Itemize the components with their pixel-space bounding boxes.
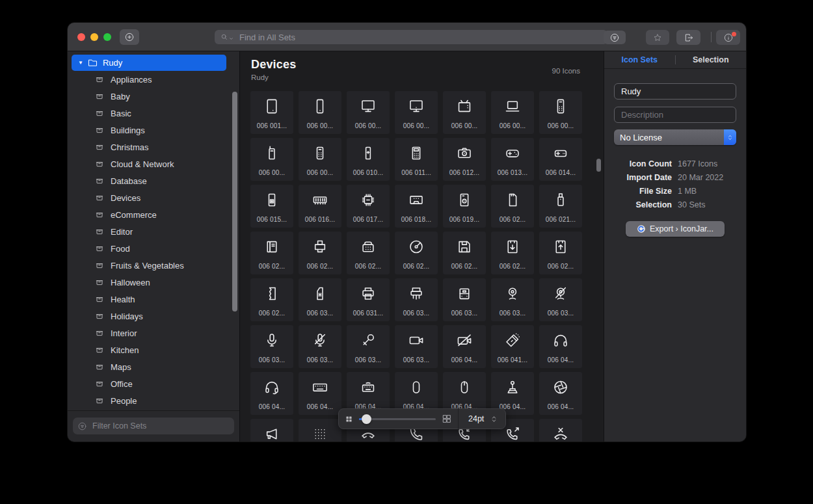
icon-tile[interactable]: 006 02...	[491, 185, 534, 228]
icon-tile[interactable]: 006 031...	[347, 278, 390, 321]
icon-tile[interactable]: 006 03...	[395, 278, 438, 321]
set-name-input[interactable]	[620, 86, 730, 97]
mp3-player-icon	[360, 144, 377, 162]
global-search-field[interactable]	[215, 30, 607, 44]
icon-tile[interactable]: 006 03...	[395, 325, 438, 368]
icon-tile[interactable]: 006 03...	[299, 278, 341, 321]
tab-selection[interactable]: Selection	[676, 55, 747, 64]
icon-tile[interactable]: 006 001...	[250, 91, 293, 134]
icon-tile[interactable]: 006 04...	[539, 325, 582, 368]
grid-small-icon	[339, 415, 353, 423]
sidebar-item-people[interactable]: People	[68, 392, 239, 409]
description-field[interactable]	[614, 107, 736, 123]
icon-tile[interactable]: 006 00...	[395, 91, 438, 134]
icon-tile[interactable]: 006 03...	[539, 278, 582, 321]
icon-tile[interactable]: 006 02...	[250, 232, 293, 274]
close-button[interactable]	[77, 33, 85, 41]
icon-tile[interactable]: 006 00...	[299, 138, 341, 181]
tab-icon-sets[interactable]: Icon Sets	[604, 55, 675, 64]
sidebar-item-fruits-vegetables[interactable]: Fruits & Vegetables	[68, 257, 239, 274]
favorite-button[interactable]	[646, 30, 669, 45]
license-select[interactable]: No License	[614, 129, 736, 145]
icon-tile[interactable]: 006 02...	[539, 232, 582, 274]
icon-tile[interactable]: 006 03...	[299, 325, 341, 368]
sidebar-item-maps[interactable]: Maps	[68, 358, 239, 375]
icon-tile[interactable]: 006 00...	[491, 91, 534, 134]
icon-tile[interactable]: 006 012...	[443, 138, 486, 181]
slider-thumb[interactable]	[362, 414, 371, 424]
icon-size-slider[interactable]	[359, 414, 436, 424]
sidebar-item-food[interactable]: Food	[68, 240, 239, 257]
icon-tile[interactable]: 006 021...	[539, 185, 582, 228]
icon-tile[interactable]: 006 04...	[539, 372, 582, 415]
sort-filter-button[interactable]	[604, 31, 626, 44]
icon-tile[interactable]: 006 019...	[443, 185, 486, 228]
icon-tile[interactable]: 006 02...	[443, 232, 486, 274]
minimize-button[interactable]	[90, 33, 98, 41]
sidebar-item-rudy[interactable]: ▼ Rudy	[72, 55, 226, 71]
icon-tile[interactable]: 006 018...	[395, 185, 438, 228]
icon-tile[interactable]: 006 010...	[347, 138, 390, 181]
zoom-button[interactable]	[103, 33, 111, 41]
icon-tile[interactable]: 006 017...	[347, 185, 390, 228]
icon-tile[interactable]: 006 03...	[491, 278, 534, 321]
icon-tile[interactable]	[539, 419, 582, 442]
set-name-field[interactable]	[614, 83, 736, 99]
icon-tile[interactable]: 006 02...	[299, 232, 341, 274]
sidebar-item-baby[interactable]: Baby	[68, 88, 239, 105]
info-button[interactable]	[716, 30, 740, 45]
icon-tile[interactable]: 006 015...	[250, 185, 293, 228]
export-toolbar-button[interactable]	[676, 30, 700, 45]
icon-label: 006 018...	[395, 216, 438, 223]
sidebar-item-kitchen[interactable]: Kitchen	[68, 341, 239, 358]
sidebar-scrollbar[interactable]	[232, 92, 237, 312]
filter-field[interactable]	[73, 418, 234, 434]
icon-tile[interactable]: 006 04...	[443, 325, 486, 368]
icon-tile[interactable]: 006 04...	[299, 372, 341, 415]
disclosure-triangle-icon[interactable]: ▼	[78, 60, 83, 66]
icon-tile[interactable]: 006 02...	[491, 232, 534, 274]
icon-tile[interactable]	[299, 419, 341, 442]
icon-tile[interactable]: 006 00...	[347, 91, 390, 134]
sidebar-item-database[interactable]: Database	[68, 172, 239, 189]
icon-tile[interactable]: 006 016...	[299, 185, 341, 228]
icon-tile[interactable]: 006 00...	[250, 138, 293, 181]
icon-tile[interactable]: 006 014...	[539, 138, 582, 181]
sidebar-item-health[interactable]: Health	[68, 291, 239, 308]
icon-tile[interactable]: 006 011...	[395, 138, 438, 181]
icon-tile[interactable]: 006 02...	[347, 232, 390, 274]
description-input[interactable]	[620, 109, 730, 120]
icon-tile[interactable]: 006 02...	[395, 232, 438, 274]
size-stepper[interactable]	[490, 415, 498, 423]
icon-tile[interactable]: 006 03...	[347, 325, 390, 368]
icon-tile[interactable]: 006 013...	[491, 138, 534, 181]
sidebar-item-label: Health	[111, 295, 135, 304]
sidebar-item-ecommerce[interactable]: eCommerce	[68, 206, 239, 223]
icon-tile[interactable]: 006 00...	[299, 91, 341, 134]
icon-tile[interactable]: 006 00...	[539, 91, 582, 134]
sidebar-item-office[interactable]: Office	[68, 375, 239, 392]
sidebar-item-editor[interactable]: Editor	[68, 223, 239, 240]
icon-tile[interactable]: 006 02...	[250, 278, 293, 321]
sidebar-item-holidays[interactable]: Holidays	[68, 308, 239, 325]
new-set-button[interactable]	[120, 29, 139, 45]
sidebar-item-devices[interactable]: Devices	[68, 189, 239, 206]
filter-input[interactable]	[91, 421, 230, 431]
icon-tile[interactable]: 006 03...	[443, 278, 486, 321]
icon-tile[interactable]	[250, 419, 293, 442]
icon-tile[interactable]: 006 04...	[250, 372, 293, 415]
icon-tile[interactable]: 006 041...	[491, 325, 534, 368]
sidebar-item-label: Buildings	[111, 126, 145, 135]
sidebar-item-cloud-network[interactable]: Cloud & Network	[68, 155, 239, 172]
sidebar-item-interior[interactable]: Interior	[68, 325, 239, 341]
main-scrollbar[interactable]	[596, 159, 601, 172]
icon-tile[interactable]: 006 03...	[250, 325, 293, 368]
sidebar-item-christmas[interactable]: Christmas	[68, 139, 239, 155]
icon-tile[interactable]: 006 00...	[443, 91, 486, 134]
sidebar-item-appliances[interactable]: Appliances	[68, 71, 239, 88]
search-input[interactable]	[238, 32, 602, 43]
sidebar-item-halloween[interactable]: Halloween	[68, 274, 239, 291]
sidebar-item-buildings[interactable]: Buildings	[68, 122, 239, 139]
export-iconjar-button[interactable]: Export › IconJar...	[626, 221, 725, 237]
sidebar-item-basic[interactable]: Basic	[68, 105, 239, 122]
